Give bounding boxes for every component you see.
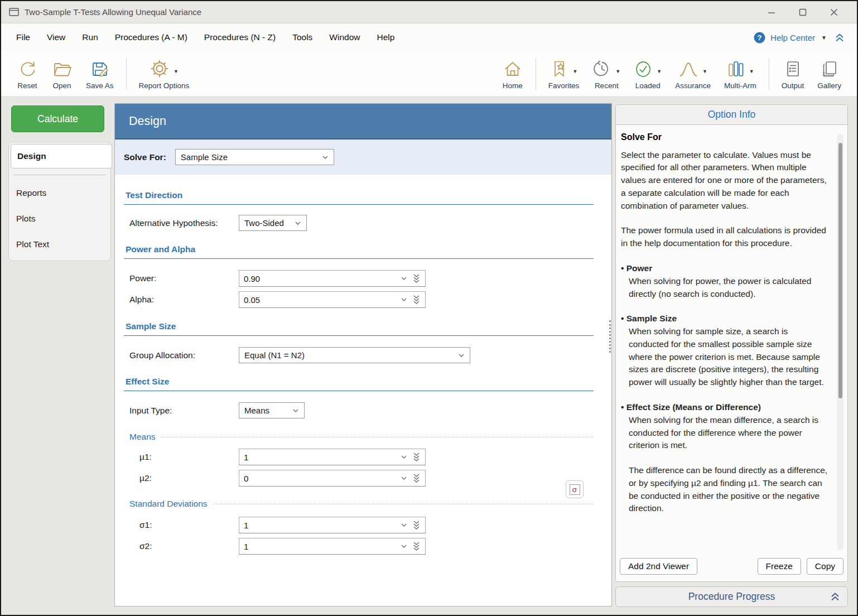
help-center-button[interactable]: ? Help Center ▼ (754, 32, 827, 44)
open-icon (52, 60, 71, 79)
combo-spinner-icon[interactable] (410, 272, 423, 286)
section-effect-size: Effect Size (124, 377, 594, 391)
home-button[interactable]: Home (495, 51, 530, 97)
sigma-icon: σ (570, 484, 580, 495)
menu-view[interactable]: View (38, 27, 74, 47)
combo-dropdown-icon[interactable] (398, 295, 410, 304)
assurance-icon (678, 60, 698, 79)
input-type-select[interactable]: Means (239, 402, 305, 418)
power-input[interactable]: 0.90 (239, 270, 426, 287)
mu2-label: µ2: (139, 473, 239, 483)
menu-tools[interactable]: Tools (284, 27, 321, 47)
sidebar-tab-plot-text[interactable]: Plot Text (9, 233, 110, 256)
combo-dropdown-icon[interactable] (398, 542, 410, 551)
menu-help[interactable]: Help (368, 27, 403, 47)
content-area: Calculate Design Reports Plots Plot Text… (1, 97, 857, 615)
option-info-bullet: Power When solving for power, the power … (621, 262, 828, 300)
sigma2-input[interactable]: 1 (239, 538, 426, 555)
combo-dropdown-icon[interactable] (398, 274, 410, 283)
output-icon (783, 60, 802, 79)
collapse-icon (835, 33, 845, 42)
collapse-ribbon-button[interactable] (835, 33, 845, 42)
combo-dropdown-icon[interactable] (398, 453, 410, 461)
scrollbar-thumb[interactable] (838, 143, 842, 398)
chevron-down-icon (295, 221, 301, 225)
option-info-scrollbar[interactable] (837, 134, 843, 550)
alt-hypothesis-select[interactable]: Two-Sided (239, 215, 307, 231)
sigma-tool-button[interactable]: σ (566, 480, 584, 498)
menu-run[interactable]: Run (74, 27, 106, 47)
alt-hypothesis-label: Alternative Hypothesis: (129, 218, 239, 228)
combo-spinner-icon[interactable] (410, 518, 423, 532)
menu-procedures-nz[interactable]: Procedures (N - Z) (196, 27, 284, 47)
option-info-panel: Option Info Solve For Select the paramet… (615, 104, 848, 582)
toolbar: Reset Open Save As ▼ Report Options Home… (1, 51, 857, 97)
app-window: Two-Sample T-Tests Allowing Unequal Vari… (0, 0, 858, 616)
sidebar-tab-plots[interactable]: Plots (9, 207, 110, 230)
procedure-progress-header[interactable]: Procedure Progress (615, 586, 848, 607)
mu1-input[interactable]: 1 (239, 449, 426, 465)
mu1-label: µ1: (139, 452, 239, 462)
combo-spinner-icon[interactable] (410, 540, 423, 554)
alpha-input[interactable]: 0.05 (239, 291, 426, 308)
recent-caret-icon: ▼ (615, 69, 620, 74)
sigma2-label: σ2: (139, 541, 239, 551)
loaded-caret-icon: ▼ (657, 69, 662, 74)
menu-procedures-am[interactable]: Procedures (A - M) (107, 27, 196, 47)
multi-arm-button[interactable]: ▼ Multi-Arm (717, 51, 763, 97)
sidebar-tab-design[interactable]: Design (11, 144, 112, 169)
option-info-paragraph: The power formula used in all calculatio… (621, 224, 828, 250)
solve-for-select[interactable]: Sample Size (175, 149, 334, 165)
menu-bar: File View Run Procedures (A - M) Procedu… (1, 23, 857, 51)
save-as-icon (90, 60, 109, 79)
combo-dropdown-icon[interactable] (398, 474, 410, 483)
combo-spinner-icon[interactable] (410, 450, 423, 464)
group-allocation-select[interactable]: Equal (N1 = N2) (239, 347, 470, 363)
home-icon (503, 60, 522, 79)
option-info-footer: Add 2nd Viewer Freeze Copy (616, 556, 847, 581)
output-button[interactable]: Output (775, 51, 811, 97)
menu-file[interactable]: File (8, 27, 38, 47)
gallery-icon (820, 60, 839, 79)
gallery-button[interactable]: Gallery (811, 51, 848, 97)
option-info-topic: Solve For (621, 131, 828, 144)
copy-button[interactable]: Copy (807, 558, 843, 575)
alpha-label: Alpha: (129, 295, 239, 305)
favorites-button[interactable]: ▼ Favorites (542, 51, 586, 97)
collapse-icon (830, 593, 840, 601)
section-power-alpha: Power and Alpha (124, 244, 594, 259)
calculate-button[interactable]: Calculate (11, 105, 104, 132)
option-info-bullet: Effect Size (Means or Difference) When s… (621, 401, 828, 515)
sigma1-label: σ1: (139, 520, 239, 530)
sidebar-tabs: Design Reports Plots Plot Text (8, 142, 111, 261)
multi-arm-icon (726, 60, 745, 79)
report-options-button[interactable]: ▼ Report Options (132, 51, 196, 97)
sigma1-input[interactable]: 1 (239, 517, 426, 533)
save-as-button[interactable]: Save As (79, 51, 120, 97)
reset-button[interactable]: Reset (10, 51, 45, 97)
maximize-button[interactable] (796, 5, 810, 20)
help-center-caret-icon: ▼ (821, 35, 827, 41)
open-button[interactable]: Open (45, 51, 79, 97)
combo-spinner-icon[interactable] (410, 471, 423, 485)
recent-button[interactable]: ▼ Recent (586, 51, 627, 97)
option-info-header: Option Info (616, 105, 847, 125)
power-label: Power: (129, 273, 239, 283)
mu2-input[interactable]: 0 (239, 470, 426, 487)
assurance-button[interactable]: ▼ Assurance (668, 51, 717, 97)
minimize-button[interactable] (764, 5, 779, 20)
sidebar-tab-reports[interactable]: Reports (9, 181, 110, 205)
combo-dropdown-icon[interactable] (398, 521, 410, 530)
freeze-button[interactable]: Freeze (758, 558, 801, 575)
section-test-direction: Test Direction (124, 190, 594, 205)
means-group-label: Means (129, 432, 156, 442)
loaded-button[interactable]: ▼ Loaded (627, 51, 668, 97)
add-2nd-viewer-button[interactable]: Add 2nd Viewer (620, 558, 697, 575)
favorites-icon (550, 60, 569, 79)
report-options-icon (150, 59, 170, 79)
reset-icon (18, 60, 37, 79)
panel-splitter-handle[interactable] (609, 320, 611, 353)
close-button[interactable] (827, 5, 841, 20)
menu-window[interactable]: Window (321, 27, 368, 47)
combo-spinner-icon[interactable] (410, 293, 423, 307)
